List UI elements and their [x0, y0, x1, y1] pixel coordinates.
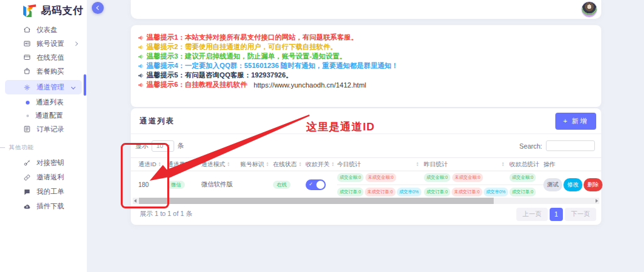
active-indicator-bar	[84, 74, 86, 96]
search-label: Search:	[519, 142, 542, 150]
search-input[interactable]	[546, 140, 595, 151]
sort-icon	[193, 162, 196, 167]
header-channel-mode[interactable]: 通道模式	[201, 161, 240, 169]
sidebar: 易码支付 仪表盘 账号设置 在线充值 套餐购买 通道管理 通道列表	[0, 0, 87, 272]
card-title: 通道列表	[140, 116, 175, 127]
stat-badge: 成交率0%	[484, 188, 508, 196]
sort-icon	[158, 162, 161, 167]
add-button[interactable]: + 新增	[555, 113, 596, 130]
delete-button[interactable]: 删除	[584, 178, 602, 191]
stat-badge: 未成交订单:0	[365, 188, 396, 196]
sidebar-item-account-settings[interactable]: 账号设置	[0, 37, 87, 50]
tip-line-6: 温馨提示6：自挂教程及挂机软件 https://www.yunchaodh.cn…	[138, 80, 591, 89]
unit-label: 条	[177, 142, 184, 150]
stat-badge: 成交金额:0	[509, 173, 536, 182]
scroll-right-icon[interactable]	[596, 199, 598, 203]
sidebar-item-dashboard[interactable]: 仪表盘	[0, 23, 87, 37]
stat-badge: 成交订单:0	[424, 188, 450, 196]
sidebar-item-invite-rebate[interactable]: 邀请返利	[0, 170, 87, 184]
sidebar-item-label: 在线充值	[36, 53, 64, 62]
header-online-status[interactable]: 在线状态	[273, 161, 306, 169]
tip-text: 温馨提示5：有问题咨询QQ客服：192937926。	[147, 71, 292, 80]
sidebar-item-label: 对接密钥	[36, 158, 64, 167]
megaphone-icon	[138, 63, 144, 69]
stat-badge: 成交金额:0	[424, 173, 450, 182]
horizontal-scrollbar[interactable]	[133, 198, 599, 204]
megaphone-icon	[138, 72, 144, 79]
brand[interactable]: 易码支付	[0, 0, 87, 19]
tip-line-2: 温馨提示2：需要使用自挂通道的用户，可自行下载自挂软件。	[138, 42, 591, 52]
megaphone-icon	[138, 35, 144, 41]
sort-icon	[502, 162, 504, 167]
header-yesterday-stats[interactable]: 昨日统计	[424, 161, 509, 169]
tip-text: 温馨提示3：建议开启掉线通知，防止漏单，账号设置-通知设置。	[147, 52, 347, 61]
table-footer: 展示 1 to 1 of 1 条 上一页 1 下一页	[131, 204, 601, 224]
brand-name: 易码支付	[41, 4, 84, 18]
sidebar-item-order-records[interactable]: 订单记录	[0, 122, 87, 136]
header-today-stats[interactable]: 今日统计	[337, 161, 424, 169]
sort-icon	[227, 162, 230, 167]
sidebar-item-plugin-download[interactable]: 插件下载	[0, 199, 87, 213]
prev-page-button[interactable]: 上一页	[516, 208, 548, 221]
sort-icon	[299, 162, 301, 167]
cell-actions: 测试 修改 删除	[543, 178, 597, 191]
sidebar-item-channel-management[interactable]: 通道管理	[5, 80, 82, 94]
header-channel-id[interactable]: 通道ID	[138, 161, 167, 169]
test-button[interactable]: 测试	[543, 178, 562, 191]
megaphone-icon	[138, 82, 144, 88]
payment-toggle[interactable]	[306, 179, 326, 190]
sidebar-item-package-purchase[interactable]: 套餐购买	[0, 64, 87, 78]
tip-text: 温馨提示1：本站支持对接所有易支付接口的网站，有问题联系客服。	[147, 33, 358, 42]
sidebar-item-label: 插件下载	[36, 201, 64, 211]
chevron-left-icon	[96, 6, 101, 10]
card-header: 通道列表 + 新增	[131, 108, 601, 134]
page-size-value: 10	[156, 142, 163, 149]
sidebar-item-my-tickets[interactable]: 我的工单	[0, 184, 87, 199]
table-controls: 显示 10 条 Search:	[131, 134, 601, 157]
dot-icon	[26, 115, 29, 117]
cell-channel-mode: 微信软件版	[201, 180, 240, 189]
sidebar-collapse-button[interactable]	[92, 2, 104, 14]
tutorial-link[interactable]: https://www.yunchaodh.cn/1412.html	[253, 81, 366, 89]
header-payment-switch[interactable]: 收款开关	[306, 161, 337, 169]
tip-line-3: 温馨提示3：建议开启掉线通知，防止漏单，账号设置-通知设置。	[138, 52, 591, 61]
page-1-button[interactable]: 1	[550, 208, 563, 221]
search-control: Search:	[519, 140, 595, 151]
scrollbar-thumb[interactable]	[139, 198, 494, 204]
stat-badge: 成交率0%	[397, 188, 421, 196]
header-account-id[interactable]: 账号标识	[240, 161, 273, 169]
sidebar-subitem-channel-list[interactable]: 通道列表	[0, 96, 87, 109]
sidebar-item-label: 通道管理	[36, 82, 64, 92]
cell-total-stats: 成交金额:0 成交订单:0	[509, 173, 543, 196]
sort-icon	[266, 162, 269, 167]
scroll-left-icon[interactable]	[134, 199, 136, 203]
cell-channel-id: 180	[138, 181, 167, 188]
next-page-button[interactable]: 下一页	[565, 208, 596, 221]
sidebar-subitem-channel-config[interactable]: 通道配置	[0, 109, 87, 122]
topbar	[131, 0, 601, 19]
table-row: 180 微信 微信软件版 在线 成交金额:0 未成交金额:0 成交订单:0 未成…	[131, 171, 601, 198]
link-icon	[23, 174, 31, 181]
cell-online-status: 在线	[273, 181, 306, 188]
stat-badge: 未成交金额:0	[452, 173, 483, 182]
brand-logo-icon	[21, 4, 37, 18]
stat-badge: 未成交订单:0	[452, 188, 482, 196]
sidebar-item-label: 订单记录	[36, 125, 64, 134]
cell-payment-switch	[306, 179, 337, 190]
edit-button[interactable]: 修改	[564, 178, 582, 191]
sidebar-item-label: 套餐购买	[36, 67, 64, 76]
sidebar-item-online-recharge[interactable]: 在线充值	[0, 50, 87, 64]
header-actions: 操作	[543, 161, 597, 169]
sidebar-nav: 仪表盘 账号设置 在线充值 套餐购买 通道管理 通道列表 通道配置	[0, 23, 87, 213]
page-size-select[interactable]: 10	[152, 140, 174, 152]
table-header-row: 通道ID 通道类型 通道模式 账号标识 在线状态 收款开关 今日统计 昨日统计 …	[131, 157, 601, 171]
active-dot-icon	[26, 101, 30, 105]
tip-text: 温馨提示4：一定要加入QQ群：551601236 随时有通知，重要通知都是群里通…	[147, 61, 398, 71]
sidebar-item-api-key[interactable]: 对接密钥	[0, 156, 87, 170]
user-avatar[interactable]	[581, 1, 597, 18]
sidebar-item-label: 我的工单	[36, 187, 64, 196]
sort-icon	[331, 162, 334, 167]
header-channel-type[interactable]: 通道类型	[167, 161, 201, 169]
credit-card-icon	[23, 54, 31, 61]
tip-text: 温馨提示2：需要使用自挂通道的用户，可自行下载自挂软件。	[147, 42, 337, 52]
